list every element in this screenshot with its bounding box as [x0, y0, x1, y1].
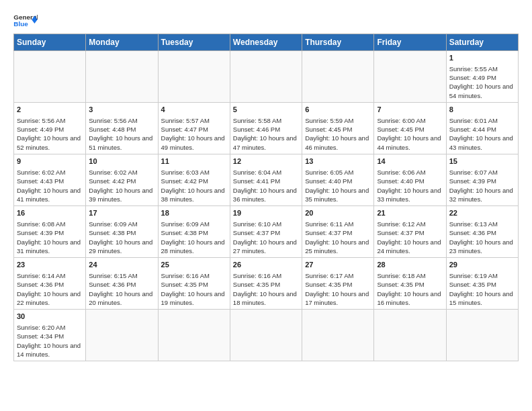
calendar-cell: 11Sunrise: 6:03 AM Sunset: 4:42 PM Dayli… — [158, 154, 230, 206]
day-number: 23 — [17, 260, 83, 270]
calendar-cell: 9Sunrise: 6:02 AM Sunset: 4:43 PM Daylig… — [14, 154, 86, 206]
day-number: 9 — [17, 156, 83, 167]
day-number: 7 — [377, 105, 443, 115]
day-number: 21 — [377, 208, 443, 218]
day-info: Sunrise: 6:00 AM Sunset: 4:45 PM Dayligh… — [377, 116, 443, 152]
calendar-cell: 22Sunrise: 6:13 AM Sunset: 4:36 PM Dayli… — [446, 206, 518, 258]
calendar-cell: 19Sunrise: 6:10 AM Sunset: 4:37 PM Dayli… — [230, 206, 302, 258]
day-number: 18 — [161, 208, 227, 218]
day-info: Sunrise: 6:14 AM Sunset: 4:36 PM Dayligh… — [17, 271, 83, 307]
week-row-4: 16Sunrise: 6:08 AM Sunset: 4:39 PM Dayli… — [14, 206, 519, 258]
weekday-header-monday: Monday — [86, 34, 158, 51]
day-number: 12 — [233, 156, 299, 167]
day-info: Sunrise: 6:02 AM Sunset: 4:42 PM Dayligh… — [89, 168, 154, 203]
day-info: Sunrise: 6:06 AM Sunset: 4:40 PM Dayligh… — [377, 168, 443, 203]
calendar-cell — [158, 310, 230, 361]
weekday-header-tuesday: Tuesday — [158, 34, 230, 51]
calendar-cell: 29Sunrise: 6:19 AM Sunset: 4:35 PM Dayli… — [446, 258, 518, 310]
calendar-cell — [374, 310, 446, 361]
calendar-cell: 27Sunrise: 6:17 AM Sunset: 4:35 PM Dayli… — [302, 258, 374, 310]
day-number: 10 — [89, 156, 154, 167]
week-row-6: 30Sunrise: 6:20 AM Sunset: 4:34 PM Dayli… — [14, 310, 519, 361]
day-info: Sunrise: 6:01 AM Sunset: 4:44 PM Dayligh… — [449, 116, 515, 152]
day-number: 11 — [161, 156, 227, 167]
day-info: Sunrise: 5:56 AM Sunset: 4:49 PM Dayligh… — [17, 116, 83, 152]
calendar-cell: 17Sunrise: 6:09 AM Sunset: 4:38 PM Dayli… — [86, 206, 158, 258]
day-number: 8 — [449, 105, 515, 115]
calendar-cell: 25Sunrise: 6:16 AM Sunset: 4:35 PM Dayli… — [158, 258, 230, 310]
calendar-cell — [14, 51, 86, 103]
calendar-cell: 18Sunrise: 6:09 AM Sunset: 4:38 PM Dayli… — [158, 206, 230, 258]
weekday-header-sunday: Sunday — [14, 34, 86, 51]
calendar-cell: 12Sunrise: 6:04 AM Sunset: 4:41 PM Dayli… — [230, 154, 302, 206]
day-number: 24 — [89, 260, 154, 270]
day-number: 26 — [233, 260, 299, 270]
day-info: Sunrise: 6:03 AM Sunset: 4:42 PM Dayligh… — [161, 168, 227, 203]
day-info: Sunrise: 6:15 AM Sunset: 4:36 PM Dayligh… — [89, 271, 154, 307]
week-row-2: 2Sunrise: 5:56 AM Sunset: 4:49 PM Daylig… — [14, 103, 519, 154]
calendar-cell: 6Sunrise: 5:59 AM Sunset: 4:45 PM Daylig… — [302, 103, 374, 154]
calendar-cell — [230, 51, 302, 103]
day-info: Sunrise: 6:04 AM Sunset: 4:41 PM Dayligh… — [233, 168, 299, 203]
calendar-cell — [86, 51, 158, 103]
day-info: Sunrise: 5:55 AM Sunset: 4:49 PM Dayligh… — [449, 64, 515, 100]
day-number: 2 — [17, 105, 83, 115]
day-number: 20 — [305, 208, 371, 218]
weekday-header-saturday: Saturday — [446, 34, 518, 51]
page-container: General Blue SundayMondayTuesdayWednesda… — [13, 11, 519, 361]
day-info: Sunrise: 6:17 AM Sunset: 4:35 PM Dayligh… — [305, 271, 371, 307]
weekday-header-wednesday: Wednesday — [230, 34, 302, 51]
calendar-cell: 7Sunrise: 6:00 AM Sunset: 4:45 PM Daylig… — [374, 103, 446, 154]
day-number: 28 — [377, 260, 443, 270]
calendar-cell: 13Sunrise: 6:05 AM Sunset: 4:40 PM Dayli… — [302, 154, 374, 206]
calendar-table: SundayMondayTuesdayWednesdayThursdayFrid… — [13, 34, 519, 361]
day-info: Sunrise: 6:13 AM Sunset: 4:36 PM Dayligh… — [449, 220, 515, 255]
calendar-cell: 16Sunrise: 6:08 AM Sunset: 4:39 PM Dayli… — [14, 206, 86, 258]
weekday-header-thursday: Thursday — [302, 34, 374, 51]
day-info: Sunrise: 6:08 AM Sunset: 4:39 PM Dayligh… — [17, 220, 83, 255]
calendar-cell: 28Sunrise: 6:18 AM Sunset: 4:35 PM Dayli… — [374, 258, 446, 310]
calendar-cell — [302, 51, 374, 103]
day-number: 1 — [449, 53, 515, 63]
calendar-cell — [374, 51, 446, 103]
day-info: Sunrise: 6:10 AM Sunset: 4:37 PM Dayligh… — [233, 220, 299, 255]
day-info: Sunrise: 5:59 AM Sunset: 4:45 PM Dayligh… — [305, 116, 371, 152]
day-info: Sunrise: 5:58 AM Sunset: 4:46 PM Dayligh… — [233, 116, 299, 152]
calendar-cell: 15Sunrise: 6:07 AM Sunset: 4:39 PM Dayli… — [446, 154, 518, 206]
day-number: 4 — [161, 105, 227, 115]
calendar-cell — [230, 310, 302, 361]
calendar-cell: 2Sunrise: 5:56 AM Sunset: 4:49 PM Daylig… — [14, 103, 86, 154]
calendar-cell — [446, 310, 518, 361]
week-row-1: 1Sunrise: 5:55 AM Sunset: 4:49 PM Daylig… — [14, 51, 519, 103]
calendar-cell: 1Sunrise: 5:55 AM Sunset: 4:49 PM Daylig… — [446, 51, 518, 103]
week-row-5: 23Sunrise: 6:14 AM Sunset: 4:36 PM Dayli… — [14, 258, 519, 310]
day-info: Sunrise: 6:16 AM Sunset: 4:35 PM Dayligh… — [161, 271, 227, 307]
calendar-cell: 26Sunrise: 6:16 AM Sunset: 4:35 PM Dayli… — [230, 258, 302, 310]
day-info: Sunrise: 6:11 AM Sunset: 4:37 PM Dayligh… — [305, 220, 371, 255]
logo-area: General Blue — [13, 11, 38, 28]
day-info: Sunrise: 6:12 AM Sunset: 4:37 PM Dayligh… — [377, 220, 443, 255]
day-number: 3 — [89, 105, 154, 115]
calendar-cell — [86, 310, 158, 361]
day-number: 14 — [377, 156, 443, 167]
day-number: 17 — [89, 208, 154, 218]
day-number: 6 — [305, 105, 371, 115]
calendar-cell: 3Sunrise: 5:56 AM Sunset: 4:48 PM Daylig… — [86, 103, 158, 154]
calendar-cell — [302, 310, 374, 361]
calendar-cell: 30Sunrise: 6:20 AM Sunset: 4:34 PM Dayli… — [14, 310, 86, 361]
calendar-cell: 14Sunrise: 6:06 AM Sunset: 4:40 PM Dayli… — [374, 154, 446, 206]
day-info: Sunrise: 6:05 AM Sunset: 4:40 PM Dayligh… — [305, 168, 371, 203]
day-number: 27 — [305, 260, 371, 270]
day-number: 22 — [449, 208, 515, 218]
day-number: 25 — [161, 260, 227, 270]
calendar-cell: 21Sunrise: 6:12 AM Sunset: 4:37 PM Dayli… — [374, 206, 446, 258]
day-number: 16 — [17, 208, 83, 218]
day-number: 30 — [17, 312, 83, 322]
day-info: Sunrise: 6:07 AM Sunset: 4:39 PM Dayligh… — [449, 168, 515, 203]
weekday-header-row: SundayMondayTuesdayWednesdayThursdayFrid… — [14, 34, 519, 51]
calendar-cell: 10Sunrise: 6:02 AM Sunset: 4:42 PM Dayli… — [86, 154, 158, 206]
day-info: Sunrise: 6:09 AM Sunset: 4:38 PM Dayligh… — [161, 220, 227, 255]
calendar-cell: 23Sunrise: 6:14 AM Sunset: 4:36 PM Dayli… — [14, 258, 86, 310]
calendar-cell — [158, 51, 230, 103]
day-info: Sunrise: 6:18 AM Sunset: 4:35 PM Dayligh… — [377, 271, 443, 307]
